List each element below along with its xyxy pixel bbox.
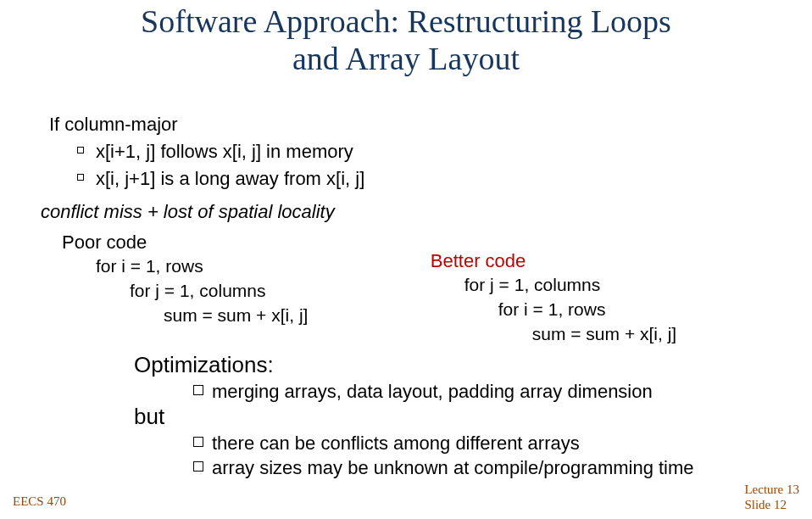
slide: Software Approach: Restructuring Loops a…	[0, 0, 812, 519]
poor-code-line: for j = 1, columns	[62, 278, 431, 303]
poor-code-head: Poor code	[62, 232, 431, 254]
optimizations-head: Optimizations:	[134, 352, 765, 378]
intro-line: If column-major	[49, 112, 765, 138]
title-line-1: Software Approach: Restructuring Loops	[141, 3, 671, 39]
footer-slide-info: Lecture 13 Slide 12	[744, 482, 799, 512]
poor-code-line: for i = 1, rows	[62, 254, 431, 278]
better-code-line: for j = 1, columns	[431, 272, 765, 297]
footer-course: EECS 470	[13, 494, 66, 509]
but-list: there can be conflicts among different a…	[193, 432, 765, 480]
optimizations-list: merging arrays, data layout, padding arr…	[193, 380, 765, 405]
better-code-line: sum = sum + x[i, j]	[431, 321, 765, 346]
but-head: but	[134, 404, 765, 430]
optimization-item: merging arrays, data layout, padding arr…	[193, 380, 765, 405]
title-line-2: and Array Layout	[292, 41, 520, 76]
better-code-column: Better code for j = 1, columns for i = 1…	[431, 232, 765, 347]
poor-code-line: sum = sum + x[i, j]	[62, 303, 431, 327]
but-item: array sizes may be unknown at compile/pr…	[193, 456, 765, 481]
bullet-item: x[i, j+1] is a long away from x[i, j]	[49, 165, 765, 193]
conflict-note: conflict miss + lost of spatial locality	[41, 201, 765, 223]
poor-code-column: Poor code for i = 1, rows for j = 1, col…	[49, 232, 431, 347]
footer-slide: Slide 12	[744, 498, 787, 511]
but-item: there can be conflicts among different a…	[193, 432, 765, 456]
footer-lecture: Lecture 13	[744, 483, 799, 496]
better-code-line: for i = 1, rows	[431, 297, 765, 321]
slide-title: Software Approach: Restructuring Loops a…	[0, 0, 812, 77]
column-major-bullets: x[i+1, j] follows x[i, j] in memory x[i,…	[49, 138, 765, 193]
bullet-item: x[i+1, j] follows x[i, j] in memory	[49, 138, 765, 165]
slide-body: If column-major x[i+1, j] follows x[i, j…	[49, 112, 765, 481]
code-columns: Poor code for i = 1, rows for j = 1, col…	[49, 232, 765, 347]
better-code-head: Better code	[431, 250, 765, 272]
